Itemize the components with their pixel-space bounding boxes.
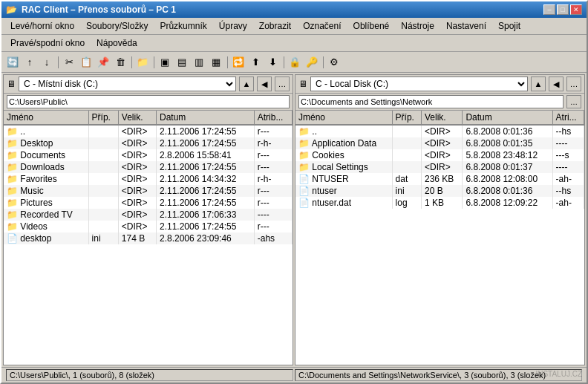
cell-ext: [88, 137, 118, 149]
cell-attr: r---: [254, 149, 292, 161]
table-row[interactable]: 📁 Pictures<DIR>2.11.2006 17:24:55r---: [4, 197, 293, 209]
right-dots-button[interactable]: …: [566, 77, 581, 91]
menu-item-pravspodnokno[interactable]: Pravé/spodní okno: [4, 36, 91, 50]
file-icon: 📄: [7, 233, 20, 244]
refresh-button[interactable]: 🔄: [4, 54, 21, 71]
view2-button[interactable]: ▤: [174, 54, 190, 71]
table-row[interactable]: 📁 Documents<DIR>2.8.2006 15:58:41r---: [4, 149, 293, 161]
menu-item-nstroje[interactable]: Nástroje: [395, 19, 440, 33]
table-row[interactable]: 📁 ..<DIR>6.8.2008 0:01:36--hs: [295, 125, 584, 137]
table-row[interactable]: 📁 Application Data<DIR>6.8.2008 0:01:35-…: [295, 137, 584, 149]
cell-attr: ----: [552, 137, 584, 149]
right-up-button[interactable]: ▲: [531, 77, 546, 91]
cell-size: 20 B: [421, 185, 462, 197]
table-row[interactable]: 📁 Recorded TV<DIR>2.11.2006 17:06:33----: [4, 209, 293, 221]
maximize-button[interactable]: □: [557, 4, 569, 15]
view1-button[interactable]: ▣: [157, 54, 173, 71]
cell-name: 📄 desktop: [4, 232, 88, 244]
toolbar-separator: [281, 54, 286, 71]
cell-ext: [88, 173, 118, 185]
right-path-button[interactable]: …: [566, 95, 581, 108]
menu-item-nastaven[interactable]: Nastavení: [440, 19, 492, 33]
menu-item-pravy[interactable]: Úpravy: [213, 19, 253, 33]
upload-button[interactable]: ⬆: [247, 54, 264, 71]
menu-item-zobrazit[interactable]: Zobrazit: [253, 19, 297, 33]
sync2-button[interactable]: 🔁: [230, 54, 246, 71]
col-p--p-[interactable]: Příp.: [88, 111, 118, 125]
cell-name: 📁 Videos: [4, 221, 88, 232]
menu-item-souborysloky[interactable]: Soubory/Složky: [80, 19, 154, 33]
key-button[interactable]: 🔑: [304, 54, 320, 71]
cell-ext: [392, 137, 421, 149]
menu-item-levhornokno[interactable]: Levé/horní okno: [4, 19, 80, 33]
newfolder-button[interactable]: 📁: [134, 54, 151, 71]
col-datum[interactable]: Datum: [463, 111, 552, 125]
col-jm-no[interactable]: Jméno: [4, 111, 88, 125]
cell-ext: [88, 221, 118, 232]
table-row[interactable]: 📄 desktopini174 B2.8.2006 23:09:46-ahs: [4, 232, 293, 244]
table-row[interactable]: 📁 Videos<DIR>2.11.2006 17:24:55r---: [4, 221, 293, 232]
cut-button[interactable]: ✂: [61, 54, 77, 71]
cell-size: <DIR>: [421, 161, 462, 173]
table-row[interactable]: 📁 Favorites<DIR>2.11.2006 14:34:32r-h-: [4, 173, 293, 185]
cell-ext: log: [392, 197, 421, 209]
menu-item-oznaen[interactable]: Označení: [297, 19, 347, 33]
close-button[interactable]: ✕: [570, 4, 582, 15]
table-row[interactable]: 📁 Music<DIR>2.11.2006 17:24:55r---: [4, 185, 293, 197]
left-up-button[interactable]: ▲: [239, 77, 254, 91]
download-button[interactable]: ⬇: [264, 54, 281, 71]
cell-ext: [88, 209, 118, 221]
up-button[interactable]: ↑: [22, 54, 38, 71]
down-button[interactable]: ↓: [39, 54, 55, 71]
table-row[interactable]: 📁 Desktop<DIR>2.11.2006 17:24:55r-h-: [4, 137, 293, 149]
cell-ext: [88, 197, 118, 209]
cell-ext: [392, 161, 421, 173]
main-area: 🖥 C - Místní disk (C:) ▲ ◀ … JménoPříp.V…: [1, 73, 587, 367]
table-row[interactable]: 📁 Local Settings<DIR>6.8.2008 0:01:37---…: [295, 161, 584, 173]
status-panes: C:\Users\Public\, 1 (souborů), 8 (složek…: [6, 369, 582, 381]
left-back-button[interactable]: ◀: [257, 77, 272, 91]
menu-item-npovda[interactable]: Nápověda: [91, 36, 143, 50]
left-pane: 🖥 C - Místní disk (C:) ▲ ◀ … JménoPříp.V…: [3, 74, 293, 365]
delete-button[interactable]: 🗑: [112, 54, 128, 71]
col-atrib---[interactable]: Atrib...: [254, 111, 292, 125]
view3-button[interactable]: ▥: [191, 54, 207, 71]
col-velik-[interactable]: Velik.: [421, 111, 462, 125]
table-row[interactable]: 📁 Downloads<DIR>2.11.2006 17:24:55r---: [4, 161, 293, 173]
table-row[interactable]: 📄 ntuser.datlog1 KB6.8.2008 12:09:22-ah-: [295, 197, 584, 209]
menu-item-przkumnk[interactable]: Průzkumník: [154, 19, 212, 33]
parent-dir-icon: 📁: [7, 126, 20, 137]
paste-button[interactable]: 📌: [95, 54, 111, 71]
right-drive-select[interactable]: C - Local Disk (C:): [310, 77, 528, 91]
left-drive-select[interactable]: C - Místní disk (C:): [19, 77, 236, 91]
left-file-table: JménoPříp.Velik.DatumAtrib... 📁 ..<DIR>2…: [4, 111, 293, 244]
cell-ext: dat: [392, 173, 421, 185]
left-dots-button[interactable]: …: [275, 77, 290, 91]
view4-button[interactable]: ▦: [208, 54, 224, 71]
table-row[interactable]: 📁 Cookies<DIR>5.8.2008 23:48:12---s: [295, 149, 584, 161]
left-path-input[interactable]: [7, 95, 290, 108]
table-row[interactable]: 📄 ntuserini20 B6.8.2008 0:01:36--hs: [295, 185, 584, 197]
table-row[interactable]: 📁 ..<DIR>2.11.2006 17:24:55r---: [4, 125, 293, 137]
col-datum[interactable]: Datum: [157, 111, 255, 125]
cell-ext: [88, 149, 118, 161]
minimize-button[interactable]: –: [543, 4, 555, 15]
menu-item-oblben[interactable]: Oblíbené: [347, 19, 396, 33]
col-jm-no[interactable]: Jméno: [295, 111, 392, 125]
left-drive-icon: 🖥: [7, 79, 16, 89]
cell-size: <DIR>: [421, 149, 462, 161]
right-path-input[interactable]: [298, 95, 564, 108]
table-row[interactable]: 📄 NTUSERdat236 KB6.8.2008 12:08:00-ah-: [295, 173, 584, 185]
cell-ext: [88, 185, 118, 197]
menu-item-spojit[interactable]: Spojit: [492, 19, 526, 33]
col-p--p-[interactable]: Příp.: [392, 111, 421, 125]
settings-button[interactable]: ⚙: [326, 54, 342, 71]
copy-button[interactable]: 📋: [78, 54, 94, 71]
right-drive-icon: 🖥: [298, 79, 307, 89]
col-atri---[interactable]: Atri...: [552, 111, 584, 125]
col-velik-[interactable]: Velik.: [118, 111, 156, 125]
cell-ext: ini: [88, 232, 118, 244]
lock-button[interactable]: 🔒: [287, 54, 303, 71]
status-left: C:\Users\Public\, 1 (souborů), 8 (složek…: [6, 369, 293, 381]
right-back-button[interactable]: ◀: [549, 77, 564, 91]
